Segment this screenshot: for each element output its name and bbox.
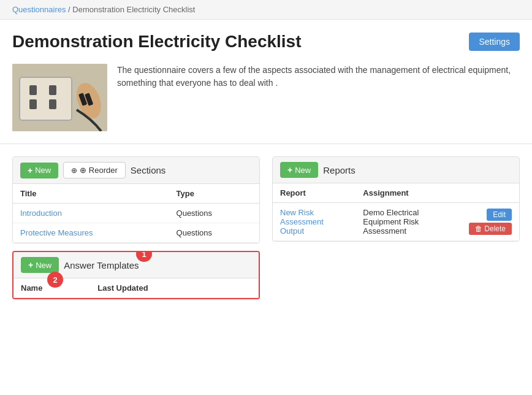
svg-rect-5 xyxy=(49,99,56,109)
sections-col-title: Title xyxy=(13,184,169,204)
report-link[interactable]: New Risk Assessment Output xyxy=(280,208,324,236)
report-name-cell: New Risk Assessment Output xyxy=(273,203,355,241)
at-col-actions xyxy=(227,278,259,298)
section-type-cell: Questions xyxy=(169,223,259,243)
action-buttons: Edit 🗑 Delete xyxy=(469,209,512,235)
edit-button[interactable]: Edit xyxy=(487,209,512,221)
main-content: + New ⊕ ⊕ Reorder Sections Title Type xyxy=(0,156,532,299)
report-actions-cell: Edit 🗑 Delete xyxy=(462,203,519,241)
breadcrumb-parent-link[interactable]: Questionnaires xyxy=(12,5,66,14)
section-title-link[interactable]: Introduction xyxy=(20,209,62,218)
section-title-cell: Introduction xyxy=(13,204,169,223)
left-panel: + New ⊕ ⊕ Reorder Sections Title Type xyxy=(12,156,260,299)
section-title-link[interactable]: Protective Measures xyxy=(20,228,93,237)
page-title: Demonstration Electricity Checklist xyxy=(12,32,301,52)
breadcrumb: Questionnaires / Demonstration Electrici… xyxy=(0,0,532,20)
table-row: New Risk Assessment Output Demo Electric… xyxy=(273,203,519,241)
page-header: Demonstration Electricity Checklist Sett… xyxy=(0,20,532,58)
sections-new-button[interactable]: + New xyxy=(20,163,58,178)
sections-reorder-button[interactable]: ⊕ ⊕ Reorder xyxy=(63,162,126,178)
svg-rect-2 xyxy=(29,85,37,95)
trash-icon: 🗑 xyxy=(475,224,482,233)
right-panel: + New Reports Report Assignment New Risk… xyxy=(272,156,520,299)
section-type-cell: Questions xyxy=(169,204,259,223)
sections-col-type: Type xyxy=(169,184,259,204)
reports-panel-header: + New Reports xyxy=(273,157,519,183)
plus-icon-3: + xyxy=(287,165,292,175)
breadcrumb-current: Demonstration Electricity Checklist xyxy=(72,5,195,14)
reports-col-report: Report xyxy=(273,183,355,203)
sections-new-label: New xyxy=(35,166,51,175)
breadcrumb-separator: / xyxy=(68,5,70,14)
plus-icon-2: + xyxy=(28,260,33,270)
delete-button[interactable]: 🗑 Delete xyxy=(469,223,512,235)
at-col-lastupdated: Last Updated xyxy=(90,278,227,298)
reports-panel: + New Reports Report Assignment New Risk… xyxy=(272,156,520,242)
reports-new-button[interactable]: + New xyxy=(280,162,318,178)
sections-reorder-label: ⊕ Reorder xyxy=(80,166,118,175)
description-section: The questionnaire covers a few of the as… xyxy=(0,58,532,144)
section-title-cell: Protective Measures xyxy=(13,223,169,243)
svg-rect-3 xyxy=(49,85,56,95)
table-row: Protective Measures Questions xyxy=(13,223,259,243)
badge-2: 2 xyxy=(47,272,63,288)
reports-new-label: New xyxy=(295,166,311,175)
sections-panel: + New ⊕ ⊕ Reorder Sections Title Type xyxy=(12,156,260,244)
settings-button[interactable]: Settings xyxy=(469,33,520,51)
reports-col-actions xyxy=(462,183,519,203)
reports-title: Reports xyxy=(323,165,355,175)
reports-col-assignment: Assignment xyxy=(355,183,462,203)
svg-rect-1 xyxy=(20,77,72,120)
reports-table: Report Assignment New Risk Assessment Ou… xyxy=(273,183,519,241)
plus-icon: + xyxy=(28,166,32,175)
table-row: Introduction Questions xyxy=(13,204,259,223)
description-text: The questionnaire covers a few of the as… xyxy=(117,64,520,131)
sections-title: Sections xyxy=(131,165,166,175)
reorder-icon: ⊕ xyxy=(71,166,77,175)
answer-templates-title: Answer Templates xyxy=(64,260,139,270)
answer-templates-new-label: New xyxy=(36,261,51,270)
answer-templates-panel: 1 2 + New Answer Templates Name Last Upd… xyxy=(12,251,260,299)
report-assignment-cell: Demo Electrical Equipment Risk Assessmen… xyxy=(355,203,462,241)
sections-table: Title Type Introduction Questions Protec… xyxy=(13,184,259,243)
sections-panel-header: + New ⊕ ⊕ Reorder Sections xyxy=(13,157,259,184)
answer-templates-new-button[interactable]: + New xyxy=(21,257,59,273)
svg-rect-4 xyxy=(29,99,37,109)
checklist-image xyxy=(12,64,107,131)
